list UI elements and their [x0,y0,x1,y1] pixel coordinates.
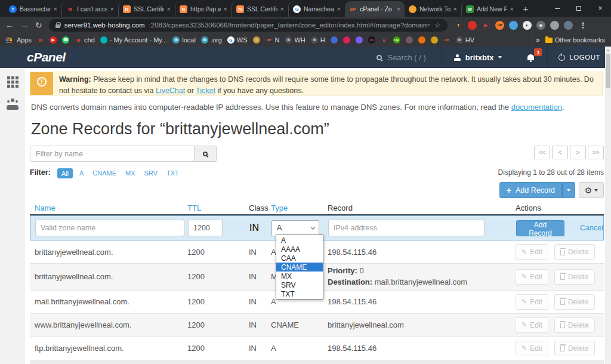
reload-icon[interactable]: ↻ [35,21,42,29]
messenger-bookmark[interactable] [356,36,363,44]
tab-close-icon[interactable]: × [110,5,114,13]
edit-button[interactable]: ✎Edit [516,244,548,260]
tab-close-icon[interactable]: × [337,5,341,13]
forward-icon[interactable]: → [20,21,29,29]
last-page-button[interactable]: >> [588,146,604,159]
tab-close-icon[interactable]: × [397,5,400,13]
logout-button[interactable]: LOGOUT [548,54,611,61]
browser-tab[interactable]: fBassnectar× [5,1,61,17]
delete-button[interactable]: Delete [554,269,595,285]
browser-tab[interactable]: Nhttps://ap.w× [175,1,232,17]
documentation-link[interactable]: documentation [511,103,562,112]
puzzle-extensions-icon[interactable] [550,21,559,30]
filter-chip-txt[interactable]: TXT [166,169,179,177]
docs-blue-bookmark[interactable] [331,36,338,44]
first-page-button[interactable]: << [534,146,550,159]
upwork-bookmark[interactable]: Up [393,36,400,44]
type-select[interactable]: A [271,220,319,236]
delete-button[interactable]: Delete [554,244,595,260]
blue-circle-icon[interactable] [509,21,518,30]
2p-bookmark[interactable]: 2p [368,36,375,44]
adblock-off-icon[interactable]: off [495,21,504,30]
edit-button[interactable]: ✎Edit [516,341,548,356]
add-record-dropdown-button[interactable] [562,182,575,198]
youtube-bookmark[interactable]: ▶ [50,36,57,44]
scroll-up-icon[interactable]: ▲ [606,48,610,52]
udemy-bookmark[interactable]: u [381,36,388,44]
maximize-button[interactable] [568,0,590,17]
filter-chip-srv[interactable]: SRV [144,169,158,177]
tab-close-icon[interactable]: × [54,5,57,13]
browser-tab[interactable]: NSSL Certific× [118,1,175,17]
notifications-button[interactable]: 1 [514,47,548,68]
filter-chip-all[interactable]: All [57,168,73,178]
browser-tab[interactable]: GNamechea× [288,1,345,17]
scrollbar-thumb[interactable] [606,54,610,88]
browser-menu-icon[interactable]: ⋮ [579,21,587,30]
site-bookmark[interactable]: ⊕.org [201,36,222,44]
site-bookmark[interactable]: ⊕H [311,36,325,44]
tab-close-icon[interactable]: × [453,5,457,13]
bookmark-star-icon[interactable]: ☆ [434,21,441,29]
close-button[interactable]: × [590,0,611,17]
browser-tab[interactable]: cPcPanel - Zo× [345,1,405,17]
add-record-confirm-button[interactable]: Add Record [516,220,564,236]
type-option-txt[interactable]: TXT [276,289,323,298]
orange-circle-bookmark[interactable] [418,36,425,44]
other-bookmarks-button[interactable]: Other bookmarks [545,36,605,44]
godaddy-bookmark[interactable]: - My Account - My... [100,36,167,44]
site-bookmark[interactable]: ⊕WH [285,36,305,44]
type-option-srv[interactable]: SRV [276,280,323,289]
photo-bookmark[interactable] [406,36,413,44]
site-bookmark[interactable]: ⊕HV [456,36,474,44]
profile-avatar[interactable] [564,21,573,30]
zone-name-input[interactable] [35,220,184,236]
apps-grid-icon[interactable] [6,38,11,43]
cpanel-bookmark[interactable]: cPN [266,36,280,44]
browser-tab[interactable]: MI can't acce× [61,1,118,17]
column-header-type[interactable]: Type [271,203,328,212]
cpanel-bookmark[interactable]: cP [443,36,450,44]
tab-close-icon[interactable]: × [224,5,227,13]
grid-menu-icon[interactable] [7,76,10,79]
page-scrollbar[interactable]: ▲ [605,47,611,364]
gmail-bookmark[interactable]: Mchd [75,36,95,44]
record-input[interactable] [328,220,485,236]
type-option-caa[interactable]: CAA [276,254,323,263]
tab-close-icon[interactable]: × [167,5,171,13]
prev-page-button[interactable]: < [552,146,568,159]
video-player-icon[interactable]: ▶ [482,21,490,30]
tab-close-icon[interactable]: × [280,5,284,13]
browser-tab[interactable]: Network To× [405,1,461,17]
delete-button[interactable]: Delete [554,294,595,310]
users-icon[interactable] [6,101,19,110]
ttl-input[interactable] [188,220,223,236]
add-record-button[interactable]: + Add Record [499,182,562,198]
browser-tab[interactable]: NSSL Certific× [232,1,288,17]
docs-bookmark[interactable]: ≡ [253,36,260,44]
back-icon[interactable]: ← [5,21,14,29]
dark-mode-icon[interactable]: ◐ [523,21,532,30]
red-circle-icon[interactable] [468,21,477,30]
new-tab-button[interactable]: + [518,1,533,16]
cancel-link[interactable]: Cancel [580,224,603,232]
whatsapp-bookmark[interactable]: ☎ [62,36,69,44]
address-bar[interactable]: server91.web-hosting.com :2083/cpsess323… [49,19,448,32]
type-option-cname[interactable]: CNAME [276,263,323,272]
tab-close-icon[interactable]: × [510,5,514,13]
filter-chip-cname[interactable]: CNAME [92,169,116,177]
filter-search-button[interactable] [195,146,217,162]
column-header-ttl[interactable]: TTL [187,203,249,212]
edit-button[interactable]: ✎Edit [516,294,548,310]
globe-icon[interactable]: ⊕ [536,21,545,30]
ticket-link[interactable]: Ticket [196,87,215,95]
column-header-name[interactable]: Name [30,203,187,212]
swirl-bookmark[interactable] [431,36,438,44]
browser-tab[interactable]: WAdd New P× [461,1,518,17]
filter-chip-mx[interactable]: MX [125,169,135,177]
settings-button[interactable]: ⚙ [579,182,604,198]
type-option-a[interactable]: A [276,236,323,245]
type-option-mx[interactable]: MX [276,272,323,280]
filter-chip-a[interactable]: A [79,169,84,177]
delete-button[interactable]: Delete [554,341,595,356]
